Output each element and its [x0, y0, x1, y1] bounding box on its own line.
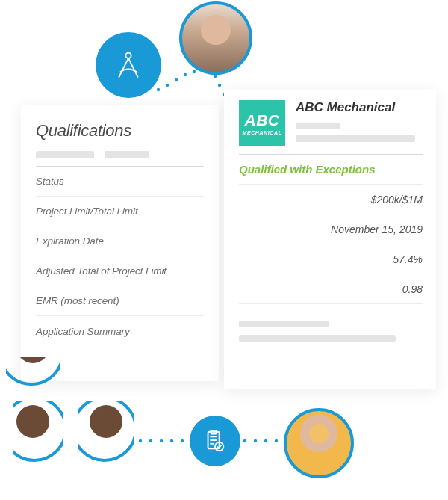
avatar-fragment-3 — [78, 401, 134, 462]
field-status: Status — [36, 167, 204, 197]
company-header: ABC MECHANICAL ABC Mechanical — [239, 100, 423, 146]
svg-point-5 — [175, 78, 178, 81]
field-emr: EMR (most recent) — [36, 286, 204, 316]
svg-point-6 — [184, 73, 187, 76]
company-logo: ABC MECHANICAL — [239, 100, 285, 146]
person-avatar-worker — [284, 408, 354, 478]
svg-point-20 — [275, 439, 278, 442]
field-adjusted-total: Adjusted Total of Project Limit — [36, 256, 204, 286]
value-adjusted-pct: 57.4% — [239, 244, 423, 274]
qualifications-title: Qualifications — [36, 121, 204, 141]
svg-point-14 — [160, 439, 163, 442]
field-project-limit: Project Limit/Total Limit — [36, 197, 204, 226]
svg-line-2 — [128, 58, 138, 78]
company-bottom-skeleton — [239, 321, 423, 342]
svg-point-19 — [264, 439, 267, 442]
svg-line-1 — [119, 58, 128, 78]
svg-point-8 — [214, 75, 217, 78]
field-expiration: Expiration Date — [36, 226, 204, 256]
avatar-fragment-2 — [13, 401, 63, 462]
value-status: Qualified with Exceptions — [239, 155, 423, 185]
value-emr: 0.98 — [239, 274, 423, 304]
compass-badge — [96, 32, 161, 98]
svg-point-4 — [166, 84, 169, 87]
svg-point-13 — [149, 439, 152, 442]
svg-point-15 — [170, 439, 173, 442]
svg-point-16 — [181, 439, 184, 442]
clipboard-badge — [190, 416, 240, 466]
skeleton-row — [36, 151, 204, 158]
svg-point-3 — [157, 88, 160, 91]
clipboard-check-icon — [202, 428, 228, 454]
svg-point-17 — [243, 439, 246, 442]
company-panel: ABC MECHANICAL ABC Mechanical Qualified … — [224, 90, 436, 389]
svg-point-18 — [254, 439, 257, 442]
qualifications-panel: Qualifications Status Project Limit/Tota… — [21, 105, 219, 381]
field-application-summary: Application Summary — [36, 316, 204, 346]
svg-point-7 — [193, 70, 196, 73]
company-logo-primary: ABC — [245, 112, 280, 128]
svg-point-0 — [125, 53, 131, 58]
value-project-limit: $200k/$1M — [239, 185, 423, 214]
company-logo-secondary: MECHANICAL — [242, 130, 281, 135]
connector-dots-bottom-left — [136, 433, 196, 448]
company-name: ABC Mechanical — [296, 100, 423, 115]
avatar-fragment-1 — [6, 357, 60, 386]
company-meta-skeleton — [296, 123, 423, 142]
person-avatar-top — [179, 1, 252, 75]
svg-point-9 — [218, 84, 221, 87]
value-expiration: November 15, 2019 — [239, 214, 423, 244]
compass-icon — [112, 49, 145, 81]
svg-point-12 — [139, 439, 142, 442]
